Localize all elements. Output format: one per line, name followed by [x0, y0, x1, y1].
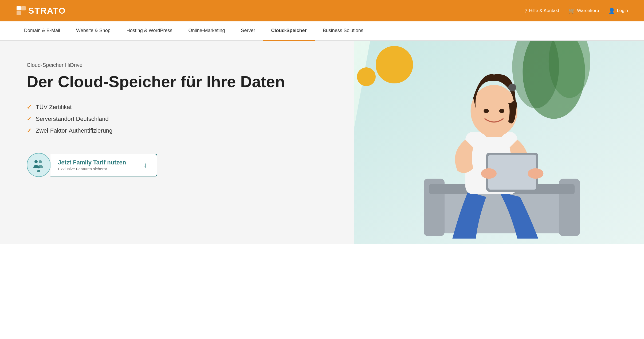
- nav-items: Domain & E-Mail Website & Shop Hosting &…: [16, 21, 628, 41]
- check-icon-2: ✓: [27, 115, 32, 122]
- nav-item-website[interactable]: Website & Shop: [68, 21, 119, 41]
- cta-sub-label: Exklusive Features sichern!: [58, 167, 126, 171]
- svg-point-16: [481, 168, 496, 179]
- nav-item-hosting[interactable]: Hosting & WordPress: [119, 21, 180, 41]
- nav-item-cloud[interactable]: Cloud-Speicher: [263, 21, 315, 41]
- svg-rect-1: [21, 6, 26, 10]
- feature-item-1: ✓ TÜV Zertifikat: [27, 104, 333, 111]
- feature-text-2: Serverstandort Deutschland: [36, 115, 109, 122]
- nav-item-marketing[interactable]: Online-Marketing: [180, 21, 233, 41]
- svg-point-3: [34, 160, 38, 163]
- cta-main-label: Jetzt Family Tarif nutzen: [58, 159, 126, 166]
- cta-button[interactable]: Jetzt Family Tarif nutzen Exklusive Feat…: [50, 154, 157, 176]
- hero-content: Cloud-Speicher HiDrive Der Cloud-Speiche…: [0, 41, 354, 244]
- cart-label: Warenkorb: [577, 8, 599, 13]
- features-list: ✓ TÜV Zertifikat ✓ Serverstandort Deutsc…: [27, 104, 333, 139]
- svg-point-5: [38, 166, 40, 168]
- svg-rect-0: [17, 6, 21, 10]
- hero-section: Cloud-Speicher HiDrive Der Cloud-Speiche…: [0, 41, 644, 244]
- feature-text-3: Zwei-Faktor-Authentifizierung: [36, 127, 112, 134]
- feature-item-3: ✓ Zwei-Faktor-Authentifizierung: [27, 127, 333, 134]
- yellow-blob-small: [357, 67, 376, 86]
- login-link[interactable]: 👤 Login: [608, 7, 628, 14]
- svg-point-20: [484, 109, 489, 113]
- help-link[interactable]: ? Hilfe & Kontakt: [524, 8, 559, 14]
- family-svg: [32, 158, 46, 172]
- help-label: Hilfe & Kontakt: [529, 8, 559, 13]
- svg-point-17: [528, 168, 543, 179]
- hero-subtitle: Cloud-Speicher HiDrive: [27, 62, 333, 68]
- nav-item-domain[interactable]: Domain & E-Mail: [16, 21, 68, 41]
- cta-family-icon: [27, 153, 51, 177]
- cta-text: Jetzt Family Tarif nutzen Exklusive Feat…: [58, 159, 126, 171]
- login-label: Login: [617, 8, 628, 13]
- svg-point-4: [39, 160, 42, 163]
- cart-icon: 🛒: [569, 7, 575, 14]
- main-nav: Domain & E-Mail Website & Shop Hosting &…: [0, 21, 644, 41]
- help-icon: ?: [524, 8, 527, 14]
- user-icon: 👤: [608, 7, 615, 14]
- yellow-blob-large: [376, 46, 413, 83]
- feature-item-2: ✓ Serverstandort Deutschland: [27, 115, 333, 122]
- cta-container: Jetzt Family Tarif nutzen Exklusive Feat…: [27, 153, 333, 177]
- logo[interactable]: STRATO: [16, 6, 66, 16]
- cart-link[interactable]: 🛒 Warenkorb: [569, 7, 599, 14]
- feature-text-1: TÜV Zertifikat: [36, 104, 72, 111]
- hero-title: Der Cloud-Speicher für Ihre Daten: [27, 72, 333, 91]
- hero-image: [354, 41, 644, 244]
- svg-point-21: [499, 109, 504, 113]
- nav-item-business[interactable]: Business Solutions: [315, 21, 371, 41]
- check-icon-3: ✓: [27, 127, 32, 134]
- nav-item-server[interactable]: Server: [233, 21, 263, 41]
- svg-rect-2: [17, 11, 21, 15]
- header-actions: ? Hilfe & Kontakt 🛒 Warenkorb 👤 Login: [524, 7, 628, 14]
- check-icon-1: ✓: [27, 104, 32, 111]
- logo-icon: [16, 6, 26, 16]
- svg-point-22: [508, 84, 516, 91]
- cta-arrow-icon: ↓: [144, 161, 147, 169]
- site-header: STRATO ? Hilfe & Kontakt 🛒 Warenkorb 👤 L…: [0, 0, 644, 21]
- logo-text: STRATO: [28, 6, 66, 16]
